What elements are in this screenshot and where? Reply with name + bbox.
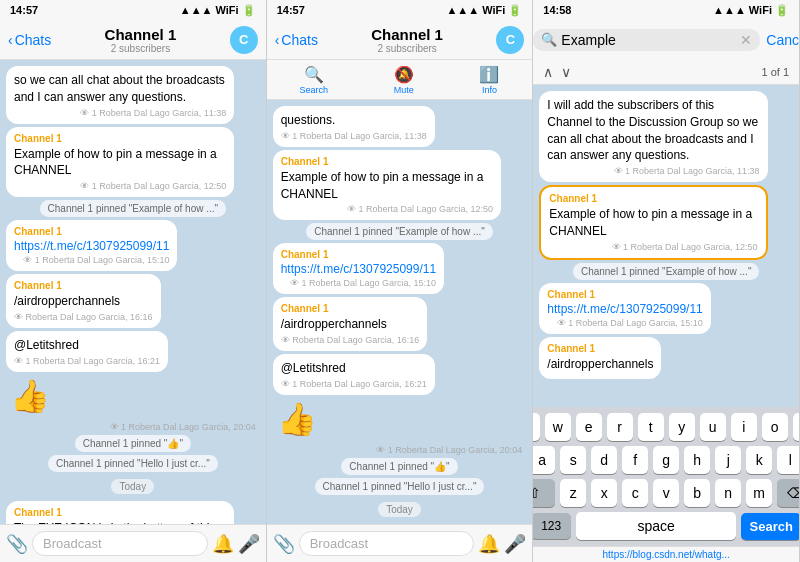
message-bubble: Channel 1https://t.me/c/1307925099/11👁 1…: [273, 243, 444, 294]
results-nav-up[interactable]: ∧: [543, 64, 553, 80]
panel-3: 14:58 ▲▲▲ WiFi 🔋 🔍 ✕ Cancel ∧ ∨ 1 of 1 I…: [533, 0, 800, 562]
key-⇧[interactable]: ⇧: [533, 479, 555, 507]
keyboard-row-1: asdfghjkl: [537, 446, 795, 474]
nav-back-button[interactable]: ‹ Chats: [275, 32, 318, 48]
key-g[interactable]: g: [653, 446, 679, 474]
search-input[interactable]: [561, 32, 736, 48]
nav-title-block: Channel 1 2 subscribers: [318, 26, 496, 54]
pin-notice: Channel 1 pinned "Example of how ...": [40, 200, 227, 217]
nav-title-block: Channel 1 2 subscribers: [51, 26, 229, 54]
message-bubble: Channel 1/airdropperchannels👁 Roberta Da…: [273, 297, 428, 351]
message-link[interactable]: https://t.me/c/1307925099/11: [547, 302, 702, 316]
channel-avatar[interactable]: C: [230, 26, 258, 54]
key-k[interactable]: k: [746, 446, 772, 474]
message-text: so we can all chat about the broadcasts …: [14, 72, 226, 106]
bell-icon[interactable]: 🔔: [478, 533, 500, 555]
key-t[interactable]: t: [638, 413, 664, 441]
key-i[interactable]: i: [731, 413, 757, 441]
toolbar-mute[interactable]: 🔕 Mute: [394, 65, 414, 95]
status-icons: ▲▲▲ WiFi 🔋: [180, 4, 256, 17]
toolbar-search[interactable]: 🔍 Search: [300, 65, 329, 95]
nav-back-button[interactable]: ‹ Chats: [8, 32, 51, 48]
key-space[interactable]: space: [576, 512, 736, 540]
input-bar: 📎 Broadcast 🔔 🎤: [267, 524, 533, 562]
message-text: Example of how to pin a message in a CHA…: [281, 169, 493, 203]
key-v[interactable]: v: [653, 479, 679, 507]
search-clear-button[interactable]: ✕: [740, 32, 752, 48]
toolbar-info[interactable]: ℹ️ Info: [479, 65, 499, 95]
key-n[interactable]: n: [715, 479, 741, 507]
pin-notice: Channel 1 pinned "Hello I just cr...": [48, 455, 218, 472]
search-cancel-button[interactable]: Cancel: [766, 32, 800, 48]
mic-icon[interactable]: 🎤: [504, 533, 526, 555]
key-j[interactable]: j: [715, 446, 741, 474]
key-s[interactable]: s: [560, 446, 586, 474]
message-text: /airdropperchannels: [281, 316, 420, 333]
nav-bar: ‹ Chats Channel 1 2 subscribers C: [267, 20, 533, 60]
mic-icon[interactable]: 🎤: [238, 533, 260, 555]
message-bubble: Channel 1https://t.me/c/1307925099/11👁 1…: [539, 283, 710, 334]
key-c[interactable]: c: [622, 479, 648, 507]
message-meta: 👁 1 Roberta Dal Lago Garcia, 15:10: [281, 278, 436, 288]
search-input-wrap[interactable]: 🔍 ✕: [533, 29, 760, 51]
key-o[interactable]: o: [762, 413, 788, 441]
key-e[interactable]: e: [576, 413, 602, 441]
results-nav-down[interactable]: ∨: [561, 64, 571, 80]
key-y[interactable]: y: [669, 413, 695, 441]
toolbar: 🔍 Search 🔕 Mute ℹ️ Info: [267, 60, 533, 100]
key-123[interactable]: 123: [533, 513, 571, 539]
channel-subtitle: 2 subscribers: [318, 43, 496, 54]
message-meta: 👁 1 Roberta Dal Lago Garcia, 12:50: [549, 242, 757, 252]
broadcast-input[interactable]: Broadcast: [32, 531, 208, 556]
search-icon: 🔍: [304, 65, 324, 84]
key-l[interactable]: l: [777, 446, 800, 474]
nav-back-label: Chats: [281, 32, 318, 48]
key-z[interactable]: z: [560, 479, 586, 507]
key-m[interactable]: m: [746, 479, 772, 507]
key-d[interactable]: d: [591, 446, 617, 474]
broadcast-input[interactable]: Broadcast: [299, 531, 475, 556]
nav-back-label: Chats: [15, 32, 52, 48]
message-text: Example of how to pin a message in a CHA…: [14, 146, 226, 180]
message-bubble: Channel 1https://t.me/c/1307925099/11👁 1…: [6, 220, 177, 271]
url-bar[interactable]: https://blog.csdn.net/whatg...: [533, 546, 799, 562]
chat-area: questions.👁 1 Roberta Dal Lago Garcia, 1…: [267, 100, 533, 524]
attachment-icon[interactable]: 📎: [6, 533, 28, 555]
key-b[interactable]: b: [684, 479, 710, 507]
results-bar: ∧ ∨ 1 of 1: [533, 60, 799, 85]
chat-area: so we can all chat about the broadcasts …: [0, 60, 266, 524]
emoji-message: 👍: [6, 375, 54, 417]
key-u[interactable]: u: [700, 413, 726, 441]
key-h[interactable]: h: [684, 446, 710, 474]
message-meta: 👁 1 Roberta Dal Lago Garcia, 11:38: [281, 131, 427, 141]
attachment-icon[interactable]: 📎: [273, 533, 295, 555]
message-meta-only: 👁 1 Roberta Dal Lago Garcia, 20:04: [6, 422, 260, 432]
channel-subtitle: 2 subscribers: [51, 43, 229, 54]
message-link[interactable]: https://t.me/c/1307925099/11: [281, 262, 436, 276]
search-container: 🔍 ✕ Cancel: [533, 20, 800, 60]
key-r[interactable]: r: [607, 413, 633, 441]
message-link[interactable]: https://t.me/c/1307925099/11: [14, 239, 169, 253]
key-w[interactable]: w: [545, 413, 571, 441]
channel-avatar[interactable]: C: [496, 26, 524, 54]
message-meta: 👁 1 Roberta Dal Lago Garcia, 11:38: [14, 108, 226, 118]
key-q[interactable]: q: [533, 413, 539, 441]
status-bar: 14:58 ▲▲▲ WiFi 🔋: [533, 0, 799, 20]
keyboard-row-2: ⇧zxcvbnm⌫: [537, 479, 795, 507]
nav-bar: ‹ Chats Channel 1 2 subscribers C: [0, 20, 266, 60]
key-a[interactable]: a: [533, 446, 555, 474]
pin-notice: Channel 1 pinned "👍": [341, 458, 457, 475]
emoji-message: 👍: [273, 398, 321, 440]
pin-notice: Channel 1 pinned "👍": [75, 435, 191, 452]
key-⌫[interactable]: ⌫: [777, 479, 800, 507]
key-search[interactable]: Search: [741, 513, 800, 540]
results-count: 1 of 1: [761, 66, 789, 78]
key-p[interactable]: p: [793, 413, 800, 441]
message-bubble: Channel 1Example of how to pin a message…: [6, 127, 234, 198]
message-bubble: I will add the subscribers of this Chann…: [539, 91, 767, 182]
message-sender: Channel 1: [281, 303, 420, 314]
key-f[interactable]: f: [622, 446, 648, 474]
bell-icon[interactable]: 🔔: [212, 533, 234, 555]
panel-2: 14:57 ▲▲▲ WiFi 🔋 ‹ Chats Channel 1 2 sub…: [267, 0, 534, 562]
key-x[interactable]: x: [591, 479, 617, 507]
